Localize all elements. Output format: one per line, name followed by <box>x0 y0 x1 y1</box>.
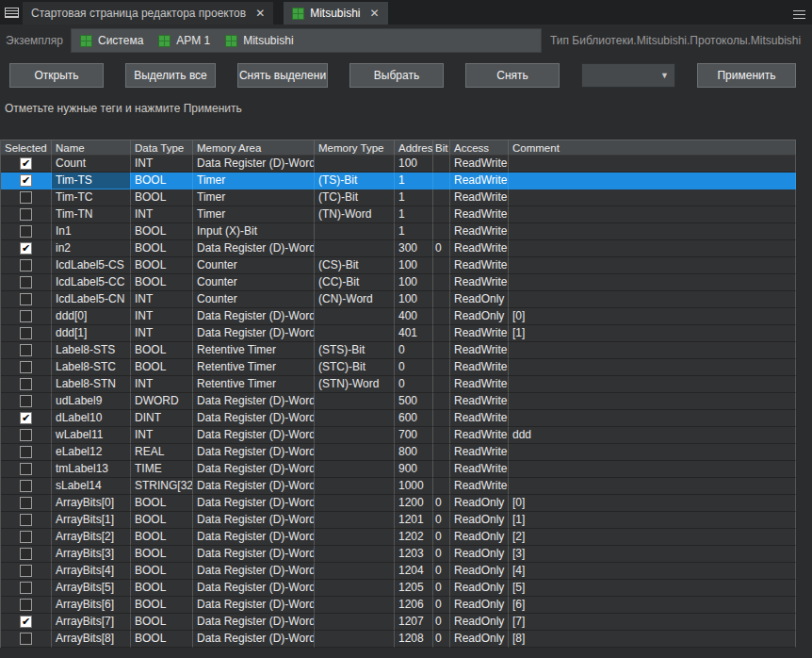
cell-access[interactable]: ReadWrite <box>450 156 509 173</box>
cell-memory-type[interactable] <box>315 393 395 410</box>
cell-address[interactable]: 100 <box>395 156 433 173</box>
table-row[interactable]: ArrayBits[8]BOOLData Register (D)-Word12… <box>1 631 796 648</box>
cell-memory-type[interactable] <box>315 478 395 495</box>
cell-name[interactable]: ArrayBits[1] <box>52 512 131 529</box>
column-header-data-type[interactable]: Data Type <box>131 140 193 156</box>
table-row[interactable]: ArrayBits[0]BOOLData Register (D)-Word12… <box>1 495 796 512</box>
cell-bit[interactable] <box>433 478 450 495</box>
cell-data-type[interactable]: BOOL <box>131 563 193 580</box>
cell-access[interactable]: ReadWrite <box>450 240 509 257</box>
row-checkbox[interactable] <box>20 395 32 407</box>
cell-memory-area[interactable]: Data Register (D)-Word <box>193 563 315 580</box>
cell-comment[interactable] <box>509 461 796 478</box>
cell-address[interactable]: 400 <box>395 308 433 325</box>
cell-name[interactable]: IcdLabel5-CN <box>52 291 131 308</box>
cell-memory-type[interactable] <box>315 308 395 325</box>
cell-memory-area[interactable]: Timer <box>193 173 315 189</box>
cell-comment[interactable]: [0] <box>509 495 796 512</box>
cell-comment[interactable] <box>509 444 796 461</box>
cell-data-type[interactable]: INT <box>131 376 193 393</box>
cell-comment[interactable] <box>509 173 796 189</box>
cell-name[interactable]: Label8-STC <box>52 359 131 376</box>
cell-name[interactable]: eLabel12 <box>52 444 131 461</box>
cell-bit[interactable] <box>433 206 450 223</box>
cell-data-type[interactable]: BOOL <box>131 597 193 614</box>
close-icon[interactable]: ✕ <box>255 8 265 19</box>
tag-group-dropdown[interactable]: ▼ <box>581 63 675 88</box>
cell-data-type[interactable]: BOOL <box>131 546 193 563</box>
close-icon[interactable]: ✕ <box>370 8 380 19</box>
cell-name[interactable]: ArrayBits[7] <box>52 614 131 631</box>
cell-memory-type[interactable]: (STC)-Bit <box>315 359 395 376</box>
row-checkbox[interactable] <box>20 378 32 390</box>
cell-data-type[interactable]: INT <box>131 325 193 342</box>
cell-data-type[interactable]: DINT <box>131 410 193 427</box>
cell-memory-type[interactable] <box>315 410 395 427</box>
cell-access[interactable]: ReadOnly <box>450 529 509 546</box>
row-checkbox[interactable] <box>20 531 32 543</box>
cell-data-type[interactable]: BOOL <box>131 257 193 274</box>
apply-button[interactable]: Применить <box>697 63 796 88</box>
row-checkbox[interactable] <box>20 514 32 526</box>
cell-bit[interactable] <box>433 359 450 376</box>
cell-bit[interactable] <box>433 427 450 444</box>
cell-data-type[interactable]: BOOL <box>131 342 193 359</box>
cell-bit[interactable] <box>433 342 450 359</box>
cell-memory-area[interactable]: Data Register (D)-Word <box>193 614 315 631</box>
cell-access[interactable]: ReadWrite <box>450 359 509 376</box>
cell-comment[interactable] <box>509 359 796 376</box>
cell-address[interactable]: 1206 <box>395 597 433 614</box>
cell-comment[interactable]: ddd <box>509 427 796 444</box>
tab-list-icon[interactable] <box>788 3 810 25</box>
column-header-selected[interactable]: Selected <box>1 140 52 156</box>
cell-comment[interactable] <box>509 223 796 240</box>
cell-bit[interactable] <box>433 274 450 291</box>
cell-bit[interactable]: 0 <box>433 563 450 580</box>
row-checkbox[interactable] <box>20 429 32 441</box>
cell-memory-area[interactable]: Data Register (D)-Word <box>193 529 315 546</box>
cell-data-type[interactable]: DWORD <box>131 393 193 410</box>
row-checkbox[interactable] <box>20 548 32 560</box>
table-row[interactable]: ArrayBits[4]BOOLData Register (D)-Word12… <box>1 563 796 580</box>
cell-address[interactable]: 1203 <box>395 546 433 563</box>
cell-comment[interactable] <box>509 478 796 495</box>
cell-bit[interactable]: 0 <box>433 580 450 597</box>
cell-access[interactable]: ReadWrite <box>450 376 509 393</box>
cell-access[interactable]: ReadWrite <box>450 342 509 359</box>
cell-address[interactable]: 1207 <box>395 614 433 631</box>
cell-memory-type[interactable] <box>315 444 395 461</box>
cell-bit[interactable] <box>433 444 450 461</box>
cell-access[interactable]: ReadWrite <box>450 189 509 206</box>
cell-memory-area[interactable]: Counter <box>193 257 315 274</box>
column-header-name[interactable]: Name <box>52 140 131 156</box>
row-checkbox[interactable] <box>20 582 32 594</box>
cell-comment[interactable] <box>509 206 796 223</box>
cell-memory-type[interactable]: (STN)-Word <box>315 376 395 393</box>
cell-access[interactable]: ReadOnly <box>450 512 509 529</box>
cell-name[interactable]: In1 <box>52 223 131 240</box>
cell-name[interactable]: sLabel14 <box>52 478 131 495</box>
cell-memory-type[interactable] <box>315 156 395 173</box>
cell-memory-area[interactable]: Timer <box>193 206 315 223</box>
cell-memory-type[interactable]: (TC)-Bit <box>315 189 395 206</box>
column-header-memory-type[interactable]: Memory Type <box>315 140 395 156</box>
cell-memory-type[interactable]: (CN)-Word <box>315 291 395 308</box>
cell-comment[interactable]: [4] <box>509 563 796 580</box>
cell-access[interactable]: ReadWrite <box>450 173 509 189</box>
cell-name[interactable]: Count <box>52 156 131 173</box>
cell-memory-area[interactable]: Data Register (D)-Word <box>193 495 315 512</box>
cell-comment[interactable]: [1] <box>509 325 796 342</box>
cell-data-type[interactable]: BOOL <box>131 240 193 257</box>
cell-bit[interactable]: 0 <box>433 495 450 512</box>
cell-memory-area[interactable]: Retentive Timer <box>193 342 315 359</box>
row-checkbox[interactable] <box>20 633 32 645</box>
table-row[interactable]: wLabel11INTData Register (D)-Word700Read… <box>1 427 796 444</box>
cell-name[interactable]: Tim-TN <box>52 206 131 223</box>
cell-memory-area[interactable]: Retentive Timer <box>193 359 315 376</box>
cell-memory-area[interactable]: Data Register (D)-Word <box>193 631 315 648</box>
cell-comment[interactable] <box>509 410 796 427</box>
cell-data-type[interactable]: BOOL <box>131 189 193 206</box>
cell-data-type[interactable]: INT <box>131 291 193 308</box>
cell-memory-area[interactable]: Data Register (D)-Word <box>193 461 315 478</box>
cell-data-type[interactable]: BOOL <box>131 631 193 648</box>
